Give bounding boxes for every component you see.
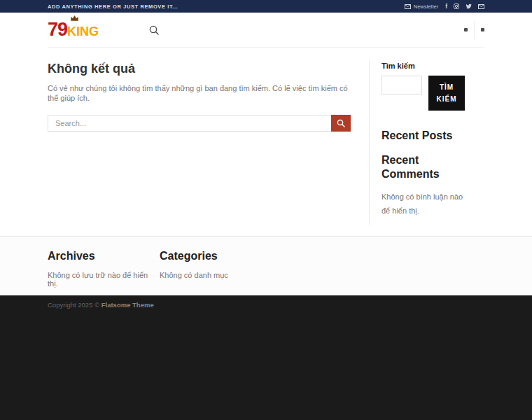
header-mini-icon[interactable] [481, 28, 484, 31]
instagram-icon[interactable] [454, 4, 459, 9]
sidebar-search-label: Tìm kiếm [382, 62, 472, 70]
main-content: Không kết quả Có vẻ như chúng tôi không … [0, 48, 532, 236]
header-mini-icon[interactable] [464, 28, 468, 31]
recent-posts-title: Recent Posts [382, 129, 472, 143]
newsletter-link[interactable]: Newsletter [405, 4, 438, 10]
topbar-message: ADD ANYTHING HERE OR JUST REMOVE IT... [48, 4, 178, 10]
copyright-text: Copyright 2025 © Flatsome Theme [48, 301, 484, 309]
sidebar-search-button[interactable]: TÌM KIẾM [428, 76, 465, 111]
sidebar-divider [369, 59, 370, 225]
categories-title: Categories [160, 249, 484, 263]
copyright-brand: Flatsome Theme [102, 301, 154, 309]
search-input[interactable] [48, 115, 331, 132]
topbar-right: Newsletter f [405, 4, 484, 10]
twitter-icon[interactable] [465, 4, 472, 9]
site-logo[interactable]: 79KING [48, 20, 99, 39]
sidebar-search-input[interactable] [382, 76, 422, 94]
search-icon[interactable] [149, 25, 159, 35]
sidebar: Tìm kiếm TÌM KIẾM Recent Posts Recent Co… [382, 62, 472, 236]
footer-widgets: Archives Không có lưu trữ nào để hiển th… [0, 236, 532, 295]
main-search-form [48, 115, 351, 132]
header-right [464, 21, 484, 39]
page-title: Không kết quả [48, 62, 351, 77]
social-icons: f [445, 4, 484, 10]
recent-comments-title: Recent Comments [382, 153, 472, 181]
categories-widget: Categories Không có danh mục [160, 249, 484, 295]
envelope-icon[interactable] [478, 4, 484, 9]
envelope-icon [405, 4, 411, 9]
no-results-section: Không kết quả Có vẻ như chúng tôi không … [48, 62, 351, 236]
sidebar-search-form: TÌM KIẾM [382, 76, 472, 111]
topbar: ADD ANYTHING HERE OR JUST REMOVE IT... N… [0, 0, 532, 13]
header-divider [474, 21, 475, 39]
archives-widget: Archives Không có lưu trữ nào để hiển th… [48, 249, 160, 295]
categories-empty-text: Không có danh mục [160, 271, 484, 279]
search-submit-button[interactable] [331, 115, 351, 132]
archives-title: Archives [48, 249, 160, 263]
facebook-icon[interactable]: f [445, 4, 447, 10]
logo-text-king: KING [67, 25, 99, 38]
archives-empty-text: Không có lưu trữ nào để hiển thị. [48, 271, 160, 288]
site-header: 79KING [0, 13, 532, 48]
copyright-prefix: Copyright 2025 © [48, 301, 102, 309]
page-description: Có vẻ như chúng tôi không tìm thấy những… [48, 83, 351, 104]
crown-icon [71, 15, 78, 21]
footer-bottom: Copyright 2025 © Flatsome Theme [0, 295, 532, 420]
no-comments-text: Không có bình luận nào để hiển thị. [382, 190, 467, 218]
newsletter-label: Newsletter [414, 4, 438, 10]
logo-text-79: 79 [48, 20, 67, 39]
